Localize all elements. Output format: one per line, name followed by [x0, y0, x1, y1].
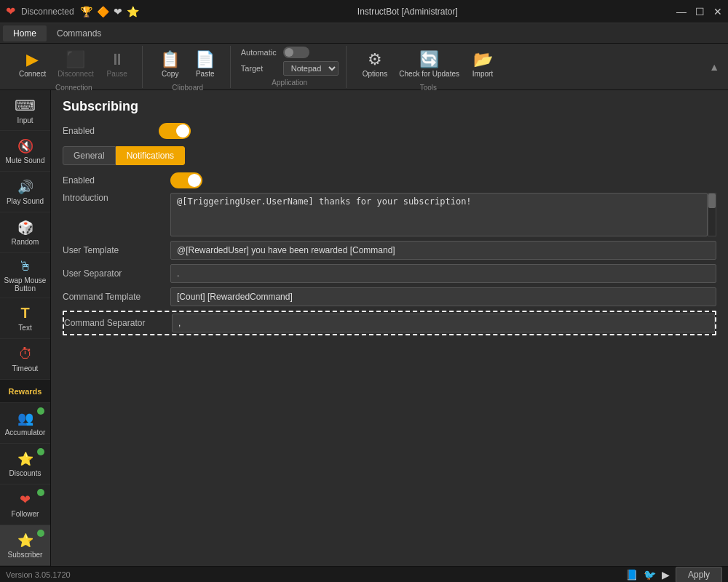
disconnect-icon: ⬛ — [66, 52, 85, 68]
discord-icon[interactable]: 📘 — [625, 569, 638, 581]
introduction-scrollbar[interactable] — [708, 193, 716, 236]
options-icon: ⚙ — [368, 52, 382, 68]
youtube-icon[interactable]: ▶ — [662, 569, 670, 581]
sidebar-item-random[interactable]: 🎲 Random — [0, 212, 50, 253]
import-icon: 📂 — [473, 52, 493, 68]
toolbar: ▶ Connect ⬛ Disconnect ⏸ Pause Connectio… — [0, 44, 728, 90]
user-template-row: User Template — [63, 241, 716, 260]
automatic-label: Automatic — [241, 48, 277, 57]
sidebar: ⌨ Input 🔇 Mute Sound 🔊 Play Sound 🎲 Rand… — [0, 90, 51, 566]
nav-icons: 🏆 🔶 ❤ ⭐ — [80, 6, 139, 17]
subscriber-status-dot — [37, 530, 44, 537]
copy-button[interactable]: 📋 Copy — [153, 46, 188, 84]
user-template-label: User Template — [63, 245, 165, 255]
user-template-input[interactable] — [170, 241, 716, 260]
sidebar-label-text: Text — [18, 324, 31, 332]
sidebar-item-subscriber[interactable]: ⭐ Subscriber — [0, 525, 50, 566]
sidebar-label-subscriber: Subscriber — [8, 551, 43, 559]
sidebar-item-mute-sound[interactable]: 🔇 Mute Sound — [0, 131, 50, 172]
notif-enabled-label: Enabled — [63, 175, 165, 186]
check-updates-label: Check for Updates — [399, 70, 459, 78]
options-button[interactable]: ⚙ Options — [357, 46, 393, 84]
paste-button[interactable]: 📄 Paste — [188, 46, 223, 84]
menu-tab-commands[interactable]: Commands — [47, 25, 111, 41]
keyboard-icon: ⌨ — [15, 97, 36, 114]
import-label: Import — [472, 70, 493, 78]
connection-status: Disconnected — [21, 7, 74, 17]
close-button[interactable]: ✕ — [713, 6, 722, 17]
accumulator-icon: 👥 — [17, 410, 33, 426]
automatic-toggle[interactable] — [283, 47, 309, 58]
import-button[interactable]: 📂 Import — [465, 46, 500, 84]
twitter-icon[interactable]: 🐦 — [644, 569, 656, 581]
toolbar-tools-section: ⚙ Options 🔄 Check for Updates 📂 Import T… — [349, 46, 507, 88]
sidebar-label-play-sound: Play Sound — [7, 197, 44, 205]
follower-icon: ❤ — [20, 492, 31, 508]
copy-icon: 📋 — [160, 52, 180, 68]
command-separator-row: Command Separator — [63, 311, 716, 335]
scrollbar-thumb — [708, 194, 716, 208]
minimize-button[interactable]: — — [676, 6, 687, 17]
main-layout: ⌨ Input 🔇 Mute Sound 🔊 Play Sound 🎲 Rand… — [0, 90, 728, 566]
sidebar-item-play-sound[interactable]: 🔊 Play Sound — [0, 172, 50, 212]
check-updates-button[interactable]: 🔄 Check for Updates — [393, 46, 465, 84]
sidebar-item-accumulator[interactable]: 👥 Accumulator — [0, 403, 50, 444]
collapse-toolbar-button[interactable]: ▲ — [706, 58, 722, 76]
notif-enabled-toggle[interactable] — [170, 172, 202, 188]
pause-button: ⏸ Pause — [100, 46, 135, 84]
sidebar-label-mute: Mute Sound — [6, 156, 45, 164]
titlebar-left: ❤ Disconnected 🏆 🔶 ❤ ⭐ — [6, 4, 139, 18]
maximize-button[interactable]: ☐ — [695, 6, 705, 17]
sidebar-item-discounts[interactable]: ⭐ Discounts — [0, 444, 50, 485]
tab-general[interactable]: General — [63, 146, 116, 165]
user-separator-input[interactable] — [170, 264, 716, 283]
connect-button[interactable]: ▶ Connect — [13, 46, 52, 84]
sidebar-item-input[interactable]: ⌨ Input — [0, 90, 50, 131]
command-separator-input[interactable] — [172, 314, 715, 332]
introduction-row: Introduction @[TriggeringUser.UserName] … — [63, 193, 716, 236]
sidebar-label-follower: Follower — [12, 510, 39, 518]
introduction-textarea[interactable]: @[TriggeringUser.UserName] thanks for yo… — [170, 193, 708, 236]
random-icon: 🎲 — [17, 220, 33, 236]
connect-label: Connect — [19, 70, 46, 78]
command-template-input[interactable] — [170, 287, 716, 306]
menubar: Home Commands — [0, 23, 728, 44]
tab-notifications[interactable]: Notifications — [116, 146, 185, 165]
target-select[interactable]: Notepad — [283, 61, 339, 76]
tools-section-label: Tools — [357, 84, 500, 93]
text-icon: T — [20, 305, 29, 322]
discounts-icon: ⭐ — [17, 451, 33, 467]
sidebar-item-swap-mouse[interactable]: 🖱 Swap Mouse Button — [0, 253, 50, 298]
introduction-label: Introduction — [63, 193, 165, 203]
heart-nav-icon[interactable]: ❤ — [114, 6, 122, 17]
page-title: Subscribing — [63, 99, 716, 114]
menu-tab-home[interactable]: Home — [3, 25, 47, 41]
version-label: Version 3.05.1720 — [6, 570, 71, 579]
mouse-icon: 🖱 — [19, 259, 32, 274]
main-enabled-toggle[interactable] — [159, 123, 191, 139]
sidebar-item-timeout[interactable]: ⏱ Timeout — [0, 339, 50, 380]
apply-button[interactable]: Apply — [676, 567, 722, 583]
disconnect-label: Disconnect — [58, 70, 93, 78]
star-nav-icon[interactable]: ⭐ — [127, 6, 139, 17]
sidebar-item-text[interactable]: T Text — [0, 298, 50, 339]
sidebar-item-follower[interactable]: ❤ Follower — [0, 485, 50, 525]
sidebar-label-input: Input — [17, 116, 33, 124]
pause-label: Pause — [107, 70, 127, 78]
disconnect-button: ⬛ Disconnect — [52, 46, 99, 84]
toolbar-application-section: Automatic Target Notepad Application — [234, 46, 347, 88]
sidebar-rewards-header: Rewards — [0, 380, 50, 403]
trophy-icon[interactable]: 🏆 — [80, 6, 92, 17]
automatic-row: Automatic — [241, 47, 339, 58]
timeout-icon: ⏱ — [18, 346, 33, 362]
copy-label: Copy — [162, 70, 178, 78]
sidebar-label-random: Random — [12, 238, 39, 246]
rewards-label: Rewards — [9, 387, 42, 396]
toolbar-connection-section: ▶ Connect ⬛ Disconnect ⏸ Pause Connectio… — [6, 46, 143, 88]
command-template-row: Command Template — [63, 287, 716, 306]
enabled-label: Enabled — [63, 126, 150, 136]
user-separator-label: User Separator — [63, 268, 165, 279]
window-title: InstructBot [Administrator] — [357, 7, 458, 17]
diamond-icon[interactable]: 🔶 — [97, 6, 109, 17]
application-section-label: Application — [241, 79, 339, 87]
